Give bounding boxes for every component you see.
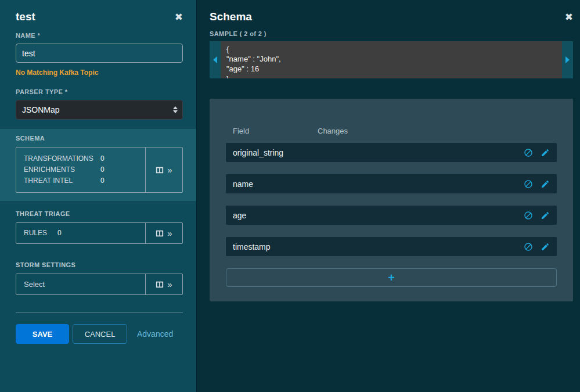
sample-counter-label: SAMPLE ( 2 of 2 ) [210,30,573,37]
name-input[interactable] [16,44,183,63]
chevron-right-icon: » [167,229,172,238]
fields-column-headers: Field Changes [226,127,557,135]
plus-icon: + [388,272,395,283]
field-name: timestamp [233,242,524,251]
caret-right-icon [565,56,570,63]
sample-line: { [226,44,556,54]
field-row: timestamp [226,237,557,256]
table-icon [156,229,164,238]
threat-triage-header: THREAT TRIAGE [16,210,183,217]
schema-section-header: SCHEMA [16,135,183,142]
prev-sample-button[interactable] [210,41,221,78]
field-row: age [226,206,557,225]
parser-type-label: PARSER TYPE * [16,88,183,95]
add-field-button[interactable]: + [226,268,557,287]
disable-field-icon[interactable] [524,242,533,251]
close-sensor-icon[interactable]: ✖ [175,12,183,22]
sample-json-preview: { "name" : "John", "age" : 16 } [221,41,562,78]
advanced-link[interactable]: Advanced [137,329,173,339]
sample-carousel: { "name" : "John", "age" : 16 } [210,41,573,78]
expand-storm-settings-button[interactable]: » [145,274,182,294]
cancel-button[interactable]: CANCEL [73,324,127,344]
summary-row: ENRICHMENTS 0 [24,164,145,175]
chevron-right-icon: » [167,280,172,289]
schema-panel-title: Schema [210,10,252,23]
select-arrows-icon [173,106,178,113]
edit-field-icon[interactable] [541,211,550,220]
storm-settings-summary-box[interactable]: Select » [16,274,183,295]
storm-settings-header: STORM SETTINGS [16,261,183,268]
edit-field-icon[interactable] [541,179,550,189]
storm-settings-value: Select [24,279,145,290]
sensor-title: test [16,10,35,23]
table-icon [156,280,164,289]
schema-detail-panel: Schema ✖ SAMPLE ( 2 of 2 ) { "name" : "J… [197,0,580,392]
save-button[interactable]: SAVE [16,324,69,344]
chevron-right-icon: » [167,166,172,174]
sample-line: "name" : "John", [226,54,556,64]
disable-field-icon[interactable] [524,211,533,220]
expand-schema-button[interactable]: » [145,148,182,192]
schema-fields-panel: Field Changes original_string name age [210,99,573,301]
caret-left-icon [213,56,217,63]
next-sample-button[interactable] [562,41,573,78]
field-row: original_string [226,143,557,162]
field-name: age [233,211,524,220]
app-root: test ✖ NAME * No Matching Kafka Topic PA… [0,0,580,392]
field-row: name [226,174,557,193]
summary-row: THREAT INTEL 0 [24,175,145,186]
sample-line: "age" : 16 [226,64,556,74]
parser-type-value: JSONMap [22,105,60,114]
schema-section: SCHEMA TRANSFORMATIONS 0 ENRICHMENTS 0 T… [0,129,196,201]
storm-settings-section: STORM SETTINGS Select » [0,256,196,303]
summary-row: RULES 0 [24,228,145,239]
schema-panel-header: Schema ✖ [210,0,573,23]
sensor-actions: SAVE CANCEL Advanced [16,312,183,344]
sensor-panel-header: test ✖ [0,0,196,23]
threat-triage-summary-box[interactable]: RULES 0 » [16,222,183,244]
close-schema-icon[interactable]: ✖ [565,12,573,22]
sample-line: } [226,74,556,78]
changes-column-header: Changes [318,127,348,135]
threat-triage-section: THREAT TRIAGE RULES 0 » [0,204,196,252]
summary-row: TRANSFORMATIONS 0 [24,153,145,164]
schema-summary-box[interactable]: TRANSFORMATIONS 0 ENRICHMENTS 0 THREAT I… [16,147,183,193]
name-label: NAME * [16,32,183,39]
expand-threat-triage-button[interactable]: » [145,223,182,243]
sensor-config-panel: test ✖ NAME * No Matching Kafka Topic PA… [0,0,197,392]
kafka-topic-warning: No Matching Kafka Topic [16,69,183,77]
disable-field-icon[interactable] [524,148,533,157]
edit-field-icon[interactable] [541,242,550,251]
field-name: original_string [233,148,524,157]
edit-field-icon[interactable] [541,148,550,157]
schema-summary-rows: TRANSFORMATIONS 0 ENRICHMENTS 0 THREAT I… [16,148,145,192]
parser-type-select[interactable]: JSONMap [16,100,183,120]
field-name: name [233,179,524,189]
table-icon [156,166,164,174]
field-column-header: Field [233,127,318,135]
disable-field-icon[interactable] [524,179,533,189]
